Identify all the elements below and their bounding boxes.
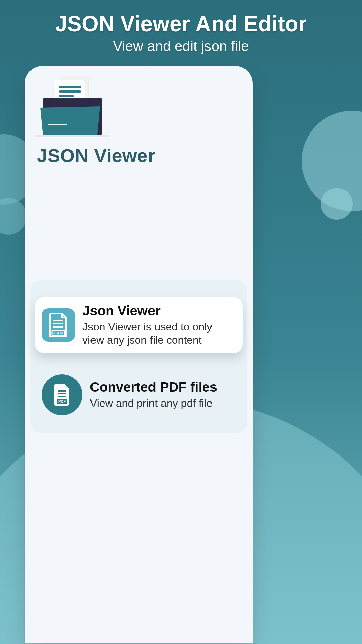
pdf-badge-text: PDF bbox=[58, 399, 66, 404]
option-title: Converted PDF files bbox=[90, 380, 236, 394]
option-title: Json Viewer bbox=[82, 303, 236, 318]
svg-rect-6 bbox=[48, 124, 67, 125]
option-description: View and print any pdf file bbox=[90, 396, 236, 410]
card-hero: JSON Viewer bbox=[25, 74, 253, 166]
bg-circle bbox=[321, 188, 353, 220]
svg-rect-3 bbox=[59, 90, 81, 93]
card-title: JSON Viewer bbox=[37, 145, 241, 166]
page-title: JSON Viewer And Editor bbox=[0, 11, 362, 36]
pdf-file-icon: PDF bbox=[42, 374, 82, 415]
option-json-viewer[interactable]: JSON Json Viewer Json Viewer is used to … bbox=[35, 297, 243, 353]
svg-rect-2 bbox=[59, 86, 81, 88]
folder-icon bbox=[33, 74, 112, 138]
folder-illustration bbox=[33, 74, 243, 139]
json-badge-text: JSON bbox=[53, 331, 63, 335]
json-file-icon: JSON bbox=[42, 308, 75, 342]
page-subtitle: View and edit json file bbox=[0, 38, 362, 54]
svg-rect-4 bbox=[59, 95, 74, 97]
option-description: Json Viewer is used to only view any jso… bbox=[82, 320, 236, 347]
svg-rect-7 bbox=[36, 135, 109, 137]
promo-header: JSON Viewer And Editor View and edit jso… bbox=[0, 0, 362, 54]
option-converted-pdf[interactable]: PDF Converted PDF files View and print a… bbox=[35, 368, 243, 421]
bg-circle bbox=[0, 198, 27, 235]
bg-circle bbox=[302, 111, 362, 211]
app-card: JSON Viewer JSON Json Viewer Json Viewer… bbox=[25, 66, 253, 643]
options-panel: JSON Json Viewer Json Viewer is used to … bbox=[30, 280, 247, 433]
